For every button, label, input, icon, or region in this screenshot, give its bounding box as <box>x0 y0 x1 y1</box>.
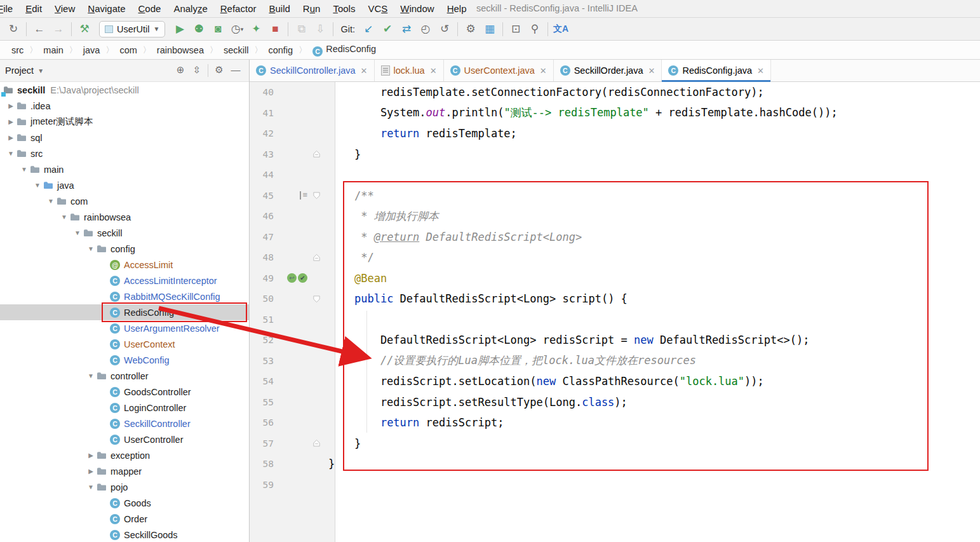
tree-item-sql[interactable]: ▶sql <box>0 130 249 146</box>
menu-item-code[interactable]: Code <box>132 1 168 17</box>
menu-item-window[interactable]: Window <box>394 1 440 17</box>
settings-gear-icon[interactable]: ⚙ <box>211 64 227 76</box>
tree-item-RabbitMQSecKillConfig[interactable]: CRabbitMQSecKillConfig <box>0 288 249 304</box>
wrench-icon[interactable]: ⚙ <box>461 20 480 38</box>
run-icon[interactable]: ▶ <box>170 20 189 38</box>
tree-item-AccessLimit[interactable]: @AccessLimit <box>0 257 249 273</box>
tree-item-config[interactable]: ▼config <box>0 241 249 257</box>
code-line-58[interactable]: 58} <box>250 454 980 475</box>
chevron-right-icon[interactable]: ▶ <box>86 468 96 475</box>
tree-item-exception[interactable]: ▶exception <box>0 447 249 463</box>
close-icon[interactable]: ✕ <box>648 66 655 76</box>
menu-item-help[interactable]: Help <box>441 1 473 17</box>
code-line-55[interactable]: 55 redisScript.setResultType(Long.class)… <box>250 392 980 413</box>
close-icon[interactable]: ✕ <box>757 66 764 76</box>
chevron-down-icon[interactable]: ▼ <box>86 245 96 252</box>
run-config-select[interactable]: UserUtil▼ <box>99 21 165 37</box>
structure-icon[interactable]: ≡ <box>300 191 307 200</box>
code-line-54[interactable]: 54 redisScript.setLocation(new ClassPath… <box>250 371 980 392</box>
tree-item-SeckillGoods[interactable]: CSeckillGoods <box>0 527 249 542</box>
back-arrow-icon[interactable]: ← <box>30 20 49 38</box>
tree-item-controller[interactable]: ▼controller <box>0 368 249 384</box>
menu-item-refactor[interactable]: Refactor <box>214 1 263 17</box>
code-line-43[interactable]: 43 } <box>250 144 980 165</box>
code-line-49[interactable]: 49↩✔ @Bean <box>250 268 980 289</box>
breadcrumb-item-com[interactable]: com <box>117 44 139 57</box>
tree-item-src[interactable]: ▼src <box>0 146 249 161</box>
hide-panel-icon[interactable]: — <box>227 64 244 75</box>
chevron-down-icon[interactable]: ▼ <box>72 229 83 236</box>
chevron-right-icon[interactable]: ▶ <box>6 118 16 125</box>
breadcrumb-item-src[interactable]: src <box>9 44 26 57</box>
open-in-device-icon[interactable]: ⧉ <box>292 20 311 38</box>
rollback-icon[interactable]: ↺ <box>435 20 454 38</box>
debug-bug-icon[interactable]: ⚉ <box>189 20 208 38</box>
locate-icon[interactable]: ⊕ <box>172 64 189 76</box>
tree-item-mapper[interactable]: ▶mapper <box>0 463 249 479</box>
tree-item-LoginController[interactable]: CLoginController <box>0 400 249 416</box>
tree-item-GoodsController[interactable]: CGoodsController <box>0 384 249 400</box>
git-merge-icon[interactable]: ⇄ <box>397 20 416 38</box>
code-line-41[interactable]: 41 System.out.println("测试--> redisTempla… <box>250 103 980 124</box>
breadcrumb-item-java[interactable]: java <box>81 44 103 57</box>
tree-item-SeckillController[interactable]: CSeckillController <box>0 416 249 431</box>
tree-item-pojo[interactable]: ▼pojo <box>0 479 249 495</box>
tree-item-UserContext[interactable]: CUserContext <box>0 336 249 352</box>
code-line-57[interactable]: 57 } <box>250 433 980 454</box>
tree-item-UserController[interactable]: CUserController <box>0 431 249 447</box>
profiler-icon[interactable]: ◷ ▾ <box>227 20 246 38</box>
menu-item-run[interactable]: Run <box>297 1 327 17</box>
chevron-right-icon[interactable]: ▶ <box>6 134 16 141</box>
tree-item-rainbowsea[interactable]: ▼rainbowsea <box>0 209 249 225</box>
tree-item-AccessLimitInterceptor[interactable]: CAccessLimitInterceptor <box>0 273 249 288</box>
breadcrumb-item-rainbowsea[interactable]: rainbowsea <box>154 44 206 57</box>
code-line-53[interactable]: 53 //设置要执行的Lua脚本位置，把lock.lua文件放在resource… <box>250 351 980 372</box>
attach-debugger-icon[interactable]: ✦ <box>246 20 265 38</box>
tree-item-WebConfig[interactable]: CWebConfig <box>0 352 249 368</box>
menu-item-vcs[interactable]: VCS <box>361 1 394 17</box>
chevron-down-icon[interactable]: ▼ <box>59 213 69 220</box>
tree-item-com[interactable]: ▼com <box>0 193 249 209</box>
code-line-44[interactable]: 44 <box>250 165 980 186</box>
code-line-56[interactable]: 56 return redisScript; <box>250 412 980 433</box>
project-structure-icon[interactable]: ▦ <box>480 20 499 38</box>
menu-item-navigate[interactable]: Navigate <box>81 1 131 17</box>
download-sources-icon[interactable]: ⇩ <box>311 20 330 38</box>
menu-item-analyze[interactable]: Analyze <box>167 1 213 17</box>
collapse-all-icon[interactable]: ⇳ <box>189 64 205 76</box>
fold-marker[interactable] <box>309 150 323 158</box>
close-icon[interactable]: ✕ <box>430 66 437 76</box>
menu-item-view[interactable]: View <box>48 1 81 17</box>
tree-item-seckill[interactable]: ▼seckill <box>0 225 249 241</box>
fold-marker[interactable] <box>309 295 323 303</box>
fold-marker[interactable] <box>309 439 323 447</box>
tree-item-java[interactable]: ▼java <box>0 177 249 193</box>
run-coverage-icon[interactable]: ◙ <box>208 20 227 38</box>
stop-icon[interactable]: ■ <box>265 20 285 38</box>
chevron-down-icon[interactable]: ▼ <box>86 484 96 491</box>
menu-item-edit[interactable]: Edit <box>19 1 48 17</box>
code-line-46[interactable]: 46 * 增加执行脚本 <box>250 206 980 227</box>
editor-tab-SeckillOrder.java[interactable]: CSeckillOrder.java✕ <box>554 60 662 81</box>
code-editor[interactable]: 40 redisTemplate.setConnectionFactory(re… <box>250 82 980 542</box>
sync-icon[interactable]: ↻ <box>4 20 23 38</box>
code-line-52[interactable]: 52 DefaultRedisScript<Long> redisScript … <box>250 330 980 351</box>
git-update-icon[interactable]: ↙ <box>359 20 378 38</box>
code-line-40[interactable]: 40 redisTemplate.setConnectionFactory(re… <box>250 82 980 103</box>
chevron-down-icon[interactable]: ▼ <box>86 372 96 379</box>
run-anything-icon[interactable]: ⊡ <box>506 20 525 38</box>
fold-marker[interactable] <box>309 191 323 200</box>
tree-item-main[interactable]: ▼main <box>0 161 249 177</box>
code-line-50[interactable]: 50 public DefaultRedisScript<Long> scrip… <box>250 288 980 309</box>
translate-icon[interactable]: 文A <box>551 20 570 38</box>
menu-item-file[interactable]: File <box>0 1 19 17</box>
chevron-right-icon[interactable]: ▶ <box>6 102 16 109</box>
chevron-down-icon[interactable]: ▼ <box>6 150 16 157</box>
editor-tab-RedisConfig.java[interactable]: CRedisConfig.java✕ <box>662 60 771 81</box>
tree-item-RedisConfig[interactable]: CRedisConfig <box>0 304 249 320</box>
tree-item-jmeter测试脚本[interactable]: ▶jmeter测试脚本 <box>0 114 249 130</box>
fold-marker[interactable] <box>309 254 323 262</box>
breadcrumb-item-RedisConfig[interactable]: CRedisConfig <box>310 43 379 58</box>
code-line-48[interactable]: 48 */ <box>250 247 980 268</box>
close-icon[interactable]: ✕ <box>540 66 547 76</box>
